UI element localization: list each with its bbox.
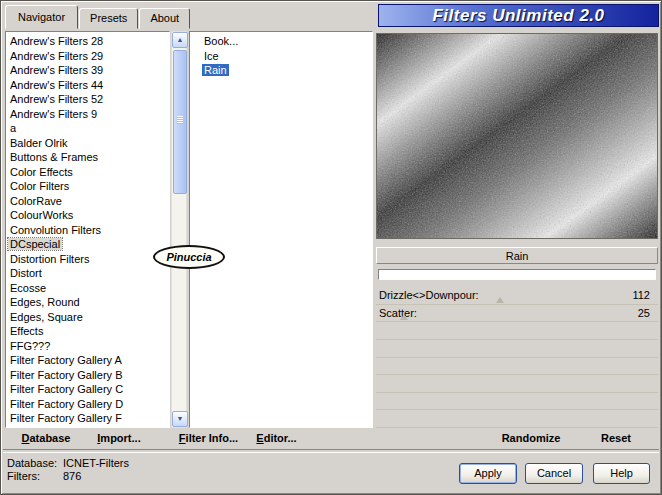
vertical-scrollbar[interactable] (171, 31, 187, 428)
randomize-button[interactable]: Randomize (471, 430, 591, 446)
category-item-label: Filter Factory Gallery D (8, 398, 125, 410)
category-item-label: Andrew's Filters 44 (8, 79, 105, 91)
category-item[interactable]: Balder Olrik (8, 136, 169, 151)
filter-item[interactable]: Ice (202, 49, 372, 64)
parameter-label: Drizzle<>Downpour: (379, 289, 479, 301)
category-item-label: Convolution Filters (8, 224, 103, 236)
category-item[interactable]: Andrew's Filters 39 (8, 63, 169, 78)
category-item-label: Filter Factory Gallery B (8, 369, 124, 381)
scroll-down-button[interactable] (172, 411, 188, 427)
preview-filter-name: Rain (376, 247, 658, 264)
category-item[interactable]: Buttons & Frames (8, 150, 169, 165)
category-item-label: Edges, Round (8, 296, 82, 308)
title-text: Filters Unlimited 2.0 (432, 6, 604, 26)
filter-item-label: Ice (202, 50, 221, 62)
filter-item-label: Book... (202, 35, 240, 47)
category-item[interactable]: Edges, Round (8, 295, 169, 310)
category-item-label: FFG??? (8, 340, 52, 352)
category-item[interactable]: Filter Factory Gallery B (8, 368, 169, 383)
parameter-row[interactable]: Scatter: 25 (376, 305, 658, 323)
tab[interactable]: About (139, 8, 190, 29)
parameter-row[interactable] (376, 410, 658, 428)
filter-item-label: Rain (202, 64, 229, 76)
pinuccia-watermark: Pinuccia (153, 245, 225, 269)
category-item-label: Effects (8, 325, 45, 337)
parameter-label: Scatter: (379, 307, 417, 319)
category-item-label: Color Effects (8, 166, 75, 178)
status-database-value: ICNET-Filters (63, 457, 129, 469)
category-item[interactable]: ColorRave (8, 194, 169, 209)
parameter-row[interactable] (376, 375, 658, 393)
category-item[interactable]: Color Filters (8, 179, 169, 194)
filter-list: Book... Ice Rain (189, 31, 373, 428)
cancel-button[interactable]: Cancel (525, 463, 583, 484)
scroll-up-button[interactable] (172, 32, 188, 48)
category-item[interactable]: Convolution Filters (8, 223, 169, 238)
category-item[interactable]: Andrew's Filters 52 (8, 92, 169, 107)
tab[interactable]: Presets (79, 8, 138, 29)
category-item-label: Distort (8, 267, 44, 279)
parameter-value: 112 (632, 289, 650, 301)
category-item[interactable]: Color Effects (8, 165, 169, 180)
parameter-row[interactable] (376, 358, 658, 376)
category-item[interactable]: Filter Factory Gallery C (8, 382, 169, 397)
category-item-label: Filter Factory Gallery F (8, 412, 124, 424)
category-item-label: Ecosse (8, 282, 48, 294)
parameter-row[interactable] (376, 322, 658, 340)
category-item[interactable]: Andrew's Filters 9 (8, 107, 169, 122)
help-button[interactable]: Help (593, 463, 650, 484)
database-button[interactable]: Database (11, 430, 81, 446)
editor-button[interactable]: Editor... (249, 430, 304, 446)
category-item-label: DCspecial (8, 238, 62, 250)
category-item[interactable]: Edges, Square (8, 310, 169, 325)
category-item-label: Andrew's Filters 28 (8, 35, 105, 47)
category-item-label: a (8, 122, 18, 134)
parameter-row[interactable] (376, 340, 658, 358)
tab-bar: Navigator Presets About (5, 5, 191, 29)
tab-label: Presets (90, 12, 127, 24)
category-item[interactable]: a (8, 121, 169, 136)
filters-unlimited-dialog: Navigator Presets About Filters Unlimite… (0, 0, 662, 495)
category-item-label: Andrew's Filters 52 (8, 93, 105, 105)
tab[interactable]: Navigator (5, 5, 78, 29)
filter-info-button[interactable]: Filter Info... (171, 430, 246, 446)
tab-label: About (150, 12, 179, 24)
scrollbar-thumb[interactable] (173, 50, 187, 194)
slider-marker-icon[interactable] (400, 314, 408, 320)
filter-item[interactable]: Book... (202, 34, 372, 49)
progress-bar (378, 269, 656, 280)
category-item[interactable]: Ecosse (8, 281, 169, 296)
parameter-value: 25 (638, 307, 650, 319)
parameter-row[interactable]: Drizzle<>Downpour: 112 (376, 287, 658, 305)
parameter-row[interactable] (376, 393, 658, 411)
status-divider (3, 449, 659, 453)
category-item[interactable]: Distort (8, 266, 169, 281)
reset-button[interactable]: Reset (586, 430, 646, 446)
category-item-label: Filter Factory Gallery C (8, 383, 125, 395)
category-item[interactable]: DCspecial (8, 237, 169, 252)
category-item-label: Edges, Square (8, 311, 85, 323)
category-item-label: Andrew's Filters 39 (8, 64, 105, 76)
status-database-label: Database: (7, 457, 57, 469)
category-item[interactable]: Distortion Filters (8, 252, 169, 267)
apply-button[interactable]: Apply (459, 463, 517, 484)
category-item[interactable]: Andrew's Filters 29 (8, 49, 169, 64)
preview-pane[interactable] (376, 33, 658, 239)
category-item[interactable]: Andrew's Filters 44 (8, 78, 169, 93)
category-item[interactable]: Andrew's Filters 28 (8, 34, 169, 49)
watermark-text: Pinuccia (166, 251, 211, 263)
category-item[interactable]: Filter Factory Gallery A (8, 353, 169, 368)
category-item-label: Filter Factory Gallery A (8, 354, 124, 366)
category-item[interactable]: ColourWorks (8, 208, 169, 223)
status-filters-value: 876 (63, 470, 81, 482)
category-item[interactable]: Effects (8, 324, 169, 339)
category-item-label: ColorRave (8, 195, 64, 207)
filter-item[interactable]: Rain (202, 63, 372, 78)
category-item[interactable]: FFG??? (8, 339, 169, 354)
category-item[interactable]: Filter Factory Gallery D (8, 397, 169, 412)
category-item-label: Buttons & Frames (8, 151, 100, 163)
import-button[interactable]: Import... (89, 430, 149, 446)
parameter-table: Drizzle<>Downpour: 112 Scatter: 25 (376, 287, 658, 428)
slider-marker-icon[interactable] (496, 297, 504, 303)
category-item[interactable]: Filter Factory Gallery F (8, 411, 169, 426)
